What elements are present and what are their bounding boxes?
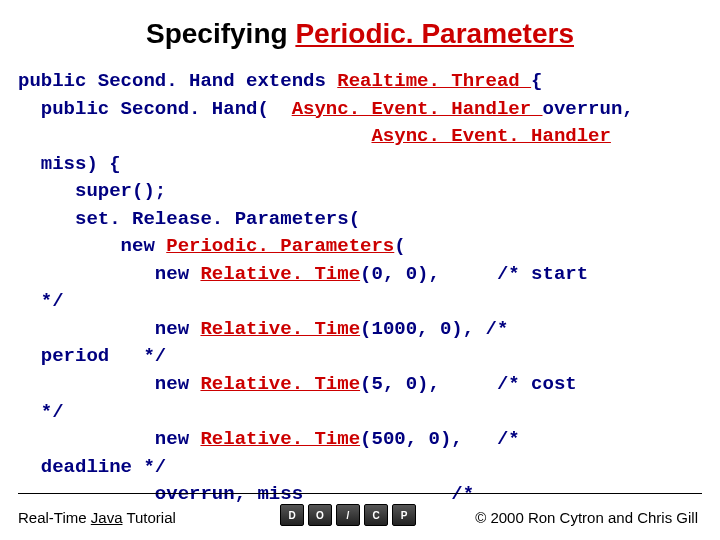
t: public Second. Hand extends [18, 70, 337, 92]
async-handler-link: Async. Event. Handler [292, 98, 543, 120]
t: deadline */ [18, 456, 166, 478]
relative-time-link: Relative. Time [200, 373, 360, 395]
t: new [18, 235, 166, 257]
relative-time-link: Relative. Time [200, 263, 360, 285]
title-link: Periodic. Parameters [295, 18, 574, 49]
t: (1000, 0), /* [360, 318, 508, 340]
realtime-thread-link: Realtime. Thread [337, 70, 531, 92]
footer-left: Real-Time Java Tutorial [18, 509, 176, 526]
t: new [18, 428, 200, 450]
t: overrun, miss /* [18, 483, 474, 505]
t: (500, 0), /* [360, 428, 520, 450]
t: { [531, 70, 542, 92]
t: period */ [18, 345, 166, 367]
t: new [18, 318, 200, 340]
key-icon: / [336, 504, 360, 526]
t: */ [18, 401, 64, 423]
t: public Second. Hand( [18, 98, 292, 120]
t: */ [18, 290, 64, 312]
t: (0, 0), /* start [360, 263, 588, 285]
java-link: Java [91, 509, 123, 526]
title-plain: Specifying [146, 18, 295, 49]
footer-keys: D O / C P [280, 504, 416, 526]
key-icon: C [364, 504, 388, 526]
t: new [18, 373, 200, 395]
t: miss) { [18, 153, 121, 175]
t: Real-Time [18, 509, 91, 526]
async-handler-link: Async. Event. Handler [371, 125, 610, 147]
code-block: public Second. Hand extends Realtime. Th… [18, 68, 720, 509]
periodic-params-link: Periodic. Parameters [166, 235, 394, 257]
t: ( [394, 235, 405, 257]
key-icon: O [308, 504, 332, 526]
key-icon: P [392, 504, 416, 526]
footer-rule [18, 493, 702, 494]
t: Tutorial [122, 509, 175, 526]
t: overrun, [543, 98, 634, 120]
copyright: © 2000 Ron Cytron and Chris Gill [475, 509, 698, 526]
relative-time-link: Relative. Time [200, 318, 360, 340]
t: super(); [18, 180, 166, 202]
relative-time-link: Relative. Time [200, 428, 360, 450]
t: new [18, 263, 200, 285]
t: set. Release. Parameters( [18, 208, 360, 230]
t: (5, 0), /* cost [360, 373, 577, 395]
slide-title: Specifying Periodic. Parameters [0, 18, 720, 50]
t [18, 125, 371, 147]
key-icon: D [280, 504, 304, 526]
